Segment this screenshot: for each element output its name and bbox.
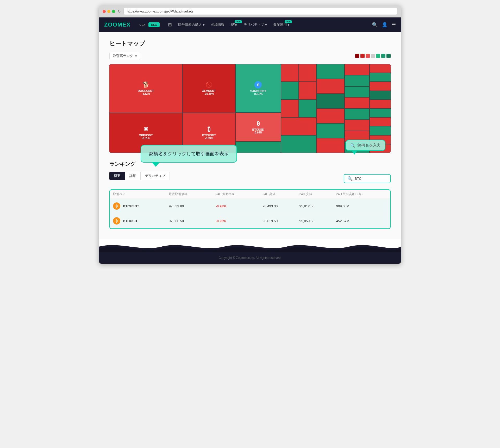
heatmap-mini-2[interactable] bbox=[299, 64, 316, 81]
table-row[interactable]: ₿ BTCUSD 97,666.50 -0.93% 98,619.50 95,8… bbox=[110, 214, 390, 228]
col-pair: 取引ペア bbox=[110, 190, 166, 199]
cex-toggle-button[interactable]: CEX bbox=[137, 22, 148, 27]
nav-links: 暗号資産の購入 ▾ 相場情報 NEW 現物 デリバティブ ▾ NEW 資産運用 bbox=[178, 22, 366, 27]
heatmap-sm-5[interactable] bbox=[317, 124, 345, 138]
browser-dots bbox=[103, 10, 115, 13]
heatmap-xxs-2[interactable] bbox=[370, 73, 391, 81]
btc-pct-hm: -0.93% bbox=[205, 137, 213, 140]
sort-label: 取引高ランク bbox=[113, 54, 133, 58]
heatmap-col-6 bbox=[345, 64, 369, 153]
change-negative-1: -0.93% bbox=[216, 204, 226, 208]
heatmap-xs-2[interactable] bbox=[345, 75, 369, 86]
heatmap-sm-6[interactable] bbox=[317, 138, 345, 153]
sort-arrow-change[interactable]: ↕ bbox=[235, 193, 237, 196]
xlm-icon: 🚫 bbox=[205, 81, 213, 88]
heatmap-mini-7[interactable] bbox=[281, 118, 316, 135]
tab-derivatives[interactable]: デリバティブ bbox=[141, 172, 170, 180]
xlm-pct: -16.49% bbox=[204, 92, 214, 95]
search-hint-text: 銘柄名を入力 bbox=[357, 143, 381, 148]
maximize-dot[interactable] bbox=[112, 10, 115, 13]
sort-dropdown[interactable]: 取引高ランク ▾ bbox=[109, 52, 140, 60]
heatmap-legend bbox=[355, 54, 391, 58]
heatmap-mini-8[interactable] bbox=[281, 136, 316, 153]
heatmap-cell-xlmusdt[interactable]: 🚫 XLMUSDT -16.49% bbox=[183, 64, 235, 113]
ranking-title: ランキング bbox=[109, 161, 135, 168]
heatmap-mini-5[interactable] bbox=[281, 100, 298, 117]
minimize-dot[interactable] bbox=[107, 10, 110, 13]
market-search-input[interactable] bbox=[355, 177, 386, 181]
search-icon[interactable]: 🔍 bbox=[372, 22, 378, 28]
cell-low-1: 95,812.50 bbox=[296, 199, 333, 214]
heatmap-sm-1[interactable] bbox=[317, 64, 345, 79]
cell-low-2: 95,859.50 bbox=[296, 214, 333, 228]
heatmap-xs-6[interactable] bbox=[345, 120, 369, 131]
col-high: 24H 高値 bbox=[259, 190, 296, 199]
nav-market-info[interactable]: 相場情報 bbox=[211, 22, 224, 27]
heatmap-xxs-7[interactable] bbox=[370, 118, 391, 126]
url-bar[interactable]: https://www.zoomex.com/ja-JP/data/market… bbox=[123, 8, 397, 15]
reload-icon[interactable]: ↻ bbox=[118, 9, 121, 14]
cell-pair-2: ₿ BTCUSD bbox=[110, 214, 166, 228]
btc-icon-hm: ₿ bbox=[208, 126, 210, 133]
heatmap-sm-4[interactable] bbox=[317, 109, 345, 123]
nav-asset-mgmt-badge: NEW bbox=[285, 20, 292, 23]
cell-pair-1: ₿ BTCUSDT bbox=[110, 199, 166, 214]
btcusd-icon-hm: ₿ bbox=[257, 120, 260, 127]
legend-dot-2 bbox=[360, 54, 365, 58]
heatmap-xs-4[interactable] bbox=[345, 98, 369, 108]
user-icon[interactable]: 👤 bbox=[382, 22, 388, 28]
logo[interactable]: ZOOMEX bbox=[104, 21, 130, 28]
heatmap-xs-3[interactable] bbox=[345, 87, 369, 97]
click-hint-text: 銘柄名をクリックして取引画面を表示 bbox=[149, 151, 229, 156]
heatmap-col-4 bbox=[281, 64, 316, 153]
market-search-wrap[interactable]: 🔍 bbox=[344, 174, 391, 183]
heatmap-xxs-3[interactable] bbox=[370, 82, 391, 90]
sort-arrow-volume[interactable]: ↕ bbox=[362, 193, 363, 196]
grid-icon[interactable]: ⊞ bbox=[168, 22, 172, 28]
close-dot[interactable] bbox=[103, 10, 106, 13]
main-content: ヒートマップ 取引高ランク ▾ bbox=[99, 32, 401, 239]
btcusdt-label: BTCUSDT bbox=[123, 204, 139, 208]
nav-derivatives[interactable]: デリバティブ ▾ bbox=[244, 22, 267, 27]
col-volume: 24H 取引高(USD) ↕ bbox=[333, 190, 390, 199]
heatmap-xxs-5[interactable] bbox=[370, 100, 391, 108]
nav-crypto-buy[interactable]: 暗号資産の購入 ▾ bbox=[178, 22, 205, 27]
heatmap-xxs-6[interactable] bbox=[370, 109, 391, 117]
browser-window: ↻ https://www.zoomex.com/ja-JP/data/mark… bbox=[99, 5, 401, 264]
nav-asset-mgmt[interactable]: NEW 資産運用 ▾ bbox=[273, 22, 290, 27]
coin-cell-btcusdt: ₿ BTCUSDT bbox=[113, 202, 162, 210]
heatmap-sm-2[interactable] bbox=[317, 79, 345, 93]
heatmap-xxs-4[interactable] bbox=[370, 91, 391, 99]
legend-dot-7 bbox=[386, 54, 391, 58]
sort-arrow-price[interactable]: ↕ bbox=[189, 193, 190, 196]
menu-icon[interactable]: ☰ bbox=[392, 22, 396, 28]
table-row[interactable]: ₿ BTCUSDT 97,539.80 -0.93% 98,493.30 95,… bbox=[110, 199, 390, 214]
tab-detail[interactable]: 詳細 bbox=[125, 172, 141, 180]
heatmap-col-7 bbox=[370, 64, 391, 153]
heatmap-col-1: 🐕 DOGEUSDT -5.82% ✖ XRPUSDT -6.81% bbox=[109, 64, 182, 153]
heatmap-sm-3[interactable] bbox=[317, 94, 345, 108]
heatmap-xxs-1[interactable] bbox=[370, 64, 391, 73]
dex-toggle-button[interactable]: DEX bbox=[148, 22, 160, 27]
sort-arrow-icon: ▾ bbox=[135, 54, 137, 58]
heatmap-mini-4[interactable] bbox=[299, 82, 316, 99]
nav-spot[interactable]: NEW 現物 bbox=[231, 22, 238, 27]
tab-overview[interactable]: 概要 bbox=[109, 172, 125, 180]
heatmap-row-4-1 bbox=[281, 64, 316, 81]
heatmap-xxs-8[interactable] bbox=[370, 126, 391, 135]
heatmap-cell-btcusd-hm[interactable]: ₿ BTCUSD -0.93% bbox=[236, 113, 281, 141]
legend-dot-1 bbox=[355, 54, 359, 58]
heatmap-cell-sandusdt[interactable]: S SANDUSDT +68.3% bbox=[236, 64, 281, 112]
footer: Copyright © Zoomex.com. All rights reser… bbox=[99, 252, 401, 264]
heatmap-xs-5[interactable] bbox=[345, 109, 369, 119]
btcusd-name-hm: BTCUSD bbox=[252, 128, 264, 131]
heatmap-mini-1[interactable] bbox=[281, 64, 298, 81]
cell-change-1: -0.93% bbox=[213, 199, 259, 214]
heatmap-mini-3[interactable] bbox=[281, 82, 298, 99]
heatmap-cell-dogeusdt[interactable]: 🐕 DOGEUSDT -5.82% bbox=[109, 64, 182, 113]
sand-icon: S bbox=[254, 81, 262, 88]
heatmap-mini-6[interactable] bbox=[299, 100, 316, 117]
doge-pct: -5.82% bbox=[142, 92, 150, 95]
heatmap-cell-small1[interactable] bbox=[236, 142, 281, 153]
heatmap-xs-1[interactable] bbox=[345, 64, 369, 75]
